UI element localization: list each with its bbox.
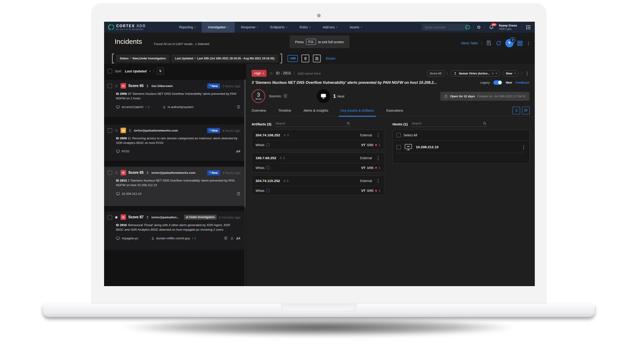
list-scrollbar-thumb[interactable] bbox=[244, 79, 246, 207]
status-badge: ⇄ Under Investigation bbox=[184, 215, 216, 220]
host-row[interactable]: 10.208.212.10 ⋮ bbox=[393, 140, 529, 153]
tab-executions[interactable]: Executions bbox=[386, 109, 403, 116]
detail-kebab-menu[interactable]: ⋮ bbox=[525, 71, 529, 76]
incident-host: 10.208.212.10 bbox=[122, 192, 141, 195]
nav-item-response[interactable]: Response▾ bbox=[235, 22, 264, 33]
tab-overview[interactable]: Overview bbox=[252, 109, 266, 116]
quick-launcher-input[interactable] bbox=[424, 25, 466, 29]
incident-time: 9 hours ago bbox=[222, 171, 240, 175]
select-all-checkbox[interactable] bbox=[108, 69, 112, 73]
incident-checkbox[interactable] bbox=[108, 84, 112, 88]
filter-button[interactable]: 2 bbox=[505, 39, 514, 47]
artifact-card[interactable]: 204.74.115.252 ⚠1 External ⋮ Whoisi VT0/… bbox=[252, 175, 384, 195]
artifact-card[interactable]: 204.74.108.252 ⚠1 External ⋮ Whoisi VT0/… bbox=[252, 130, 384, 150]
delete-filter-button[interactable] bbox=[302, 55, 309, 62]
comment-view-button[interactable] bbox=[522, 107, 530, 114]
incident-card-2908[interactable]: ☆ H Score 65 Gal Zilberstein * New 2 hou… bbox=[104, 80, 244, 117]
star-filled-icon[interactable]: ★ bbox=[114, 215, 118, 219]
revert-link[interactable]: Revert bbox=[326, 57, 335, 60]
logo-cortex: CORTEX bbox=[116, 24, 135, 28]
artifact-kebab-menu[interactable]: ⋮ bbox=[376, 156, 380, 160]
host-kebab-menu[interactable]: ⋮ bbox=[521, 145, 526, 149]
select-all-hosts-checkbox[interactable] bbox=[396, 133, 401, 137]
assignee-dropdown[interactable]: Itamar Orlov (iorlov... × ▾ bbox=[450, 70, 500, 76]
incident-description: ID 2909 11 'Recurring access to rare dom… bbox=[116, 136, 238, 145]
sort-direction-button[interactable]: ⇅ bbox=[157, 68, 164, 74]
host-extra-link[interactable]: + 1 bbox=[145, 105, 150, 109]
add-name-field[interactable]: Add name here bbox=[297, 71, 321, 75]
filter-pill-status[interactable]: Status=New,Under Investigation bbox=[116, 55, 169, 62]
cortex-logo[interactable]: CORTEX XDR BY PALO ALTO NETWORKS bbox=[104, 24, 150, 30]
quick-launcher[interactable] bbox=[421, 24, 469, 31]
cortex-logo-icon bbox=[108, 24, 114, 30]
artifact-kebab-menu[interactable]: ⋮ bbox=[376, 179, 380, 183]
artifacts-section: Artifacts (3) 204.74.108.252 ⚠1 External… bbox=[252, 121, 384, 195]
artifact-scope: External bbox=[360, 133, 372, 137]
user-menu[interactable]: Kasey Cross XDR Labs bbox=[499, 24, 517, 31]
incident-card-2909[interactable]: ☆ M iorlov@paloaltonetworks.com * New 9 … bbox=[104, 124, 244, 161]
hosts-list: Select All 10.208.212.10 ⋮ bbox=[392, 130, 530, 163]
nav-item-reporting[interactable]: Reporting▾ bbox=[173, 22, 202, 33]
incident-checkbox[interactable] bbox=[108, 128, 112, 133]
feedback-link[interactable]: Feedback bbox=[516, 81, 529, 84]
whois-link[interactable]: Whoisi bbox=[256, 166, 270, 170]
legacy-new-toggle[interactable] bbox=[494, 80, 502, 85]
hosts-search[interactable] bbox=[411, 121, 487, 127]
artifacts-search-input[interactable] bbox=[275, 121, 346, 125]
clear-assignee-icon[interactable]: × bbox=[492, 72, 494, 75]
select-all-label: Select All bbox=[404, 133, 417, 137]
gear-icon[interactable]: ⚙ bbox=[477, 24, 481, 30]
laptop-base bbox=[43, 304, 595, 317]
incident-checkbox[interactable] bbox=[108, 171, 112, 175]
nav-item-endpoints[interactable]: Endpoints▾ bbox=[264, 22, 293, 33]
nav-item-assets[interactable]: Assets▾ bbox=[343, 22, 368, 33]
add-or-filter-button[interactable]: +OR bbox=[287, 55, 298, 62]
user-extra-link[interactable]: + 1 bbox=[192, 237, 196, 240]
star-icon[interactable]: ☆ bbox=[269, 71, 273, 76]
export-icon[interactable] bbox=[486, 40, 492, 46]
star-icon[interactable]: ☆ bbox=[114, 171, 118, 175]
filter-pill-last-updated[interactable]: Last Updated=Last 30D (Jul 10th 2021 19:… bbox=[172, 55, 278, 62]
page-title: Incidents bbox=[115, 38, 142, 46]
incident-checkbox[interactable] bbox=[108, 215, 112, 219]
warning-icon: ⚠ bbox=[283, 179, 286, 182]
sort-field-dropdown[interactable]: Last Updated bbox=[125, 69, 147, 73]
incident-card-2916[interactable]: ★ H Score 87 iorlov@paloalton... ⇄ Under… bbox=[104, 211, 244, 250]
artifacts-search[interactable] bbox=[275, 121, 350, 127]
status-dropdown[interactable]: New ▾ bbox=[503, 70, 519, 76]
list-view-button[interactable] bbox=[512, 107, 520, 114]
nav-item-addons[interactable]: Add-ons▾ bbox=[316, 22, 343, 33]
severity-dropdown[interactable]: High▾ bbox=[252, 70, 266, 77]
list-scrollbar[interactable] bbox=[244, 79, 246, 286]
alerts-table-link[interactable]: Alerts Table bbox=[461, 41, 478, 45]
sort-arrows-icon: ⇅ bbox=[159, 69, 162, 73]
nav-item-rules[interactable]: Rules▾ bbox=[293, 22, 316, 33]
table-view-icon[interactable] bbox=[517, 41, 523, 46]
artifact-kebab-menu[interactable]: ⋮ bbox=[376, 133, 380, 137]
host-checkbox[interactable] bbox=[396, 145, 401, 149]
incident-card-2915-selected[interactable]: ☆ H Score 65 iorlov@paloaltonetworks.com… bbox=[104, 167, 244, 206]
whois-link[interactable]: Whoisi bbox=[256, 189, 270, 192]
refresh-icon[interactable] bbox=[496, 40, 502, 46]
artifact-card[interactable]: 199.7.68.252 ⚠1 External ⋮ Whoisi VT0/86… bbox=[252, 153, 384, 172]
star-icon[interactable]: ☆ bbox=[114, 128, 118, 133]
tab-key-assets-artifacts[interactable]: Key Assets & Artifacts bbox=[340, 109, 374, 116]
hosts-search-input[interactable] bbox=[411, 121, 483, 125]
header-kebab-menu[interactable]: ⋮ bbox=[526, 41, 531, 46]
nav-item-investigation[interactable]: Investigation▾ bbox=[202, 22, 235, 33]
tab-timeline[interactable]: Timeline bbox=[278, 109, 291, 116]
whois-link[interactable]: Whoisi bbox=[256, 143, 270, 147]
header-actions: Alerts Table | 2 ⋮ bbox=[461, 39, 531, 47]
notifications-button[interactable]: 99+ bbox=[489, 25, 494, 30]
incident-host: PC02 bbox=[122, 150, 130, 153]
tab-alerts-insights[interactable]: Alerts & Insights bbox=[304, 109, 328, 116]
save-filter-button[interactable] bbox=[313, 55, 321, 62]
incident-score: Score 65 bbox=[128, 171, 144, 175]
chevron-down-icon: ▾ bbox=[286, 26, 287, 28]
star-icon[interactable]: ☆ bbox=[114, 84, 118, 88]
detail-header: High▾ ☆ ID - 2915 | Add name here Score … bbox=[252, 70, 529, 77]
quick-launcher-icon bbox=[466, 25, 470, 29]
vt-label: VT bbox=[361, 143, 365, 147]
assignee: iorlov@paloaltonetworks.com bbox=[152, 171, 195, 175]
app-grid-icon[interactable] bbox=[526, 25, 531, 30]
